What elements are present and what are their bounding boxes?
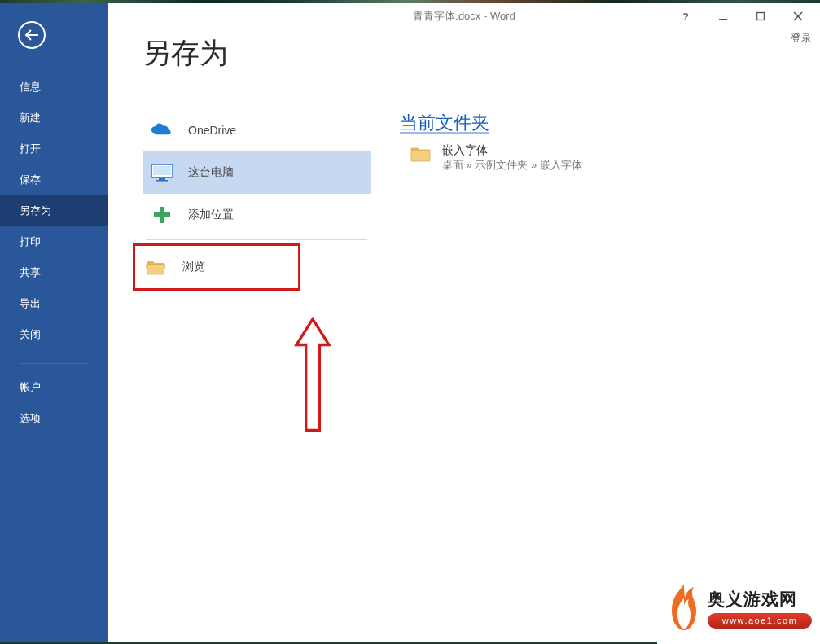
highlight-browse-callout: 浏览 bbox=[133, 243, 300, 291]
sidebar-item-open[interactable]: 打开 bbox=[0, 134, 108, 164]
help-icon: ? bbox=[682, 11, 689, 23]
overlay-site-logo: 奥义游戏网 www.aoe1.com bbox=[657, 572, 820, 644]
sidebar-item-share[interactable]: 共享 bbox=[0, 257, 108, 288]
titlebar-filename: 青青字体.docx bbox=[413, 10, 480, 22]
svg-rect-5 bbox=[153, 166, 171, 175]
overlay-site-url: www.aoe1.com bbox=[708, 613, 812, 629]
locations-divider bbox=[146, 239, 367, 240]
saveas-locations: OneDrive 这台电脑 bbox=[143, 109, 371, 642]
location-label: 浏览 bbox=[182, 260, 205, 274]
sidebar-nav: 信息 新建 打开 保存 另存为 打印 共享 导出 关闭 帐户 选项 bbox=[0, 72, 108, 434]
titlebar-appname: Word bbox=[490, 10, 515, 22]
svg-rect-9 bbox=[154, 212, 170, 217]
page-title: 另存为 bbox=[143, 34, 228, 72]
folder-icon bbox=[410, 145, 432, 165]
maximize-icon bbox=[756, 11, 765, 21]
location-label: 这台电脑 bbox=[188, 165, 234, 180]
maximize-button[interactable] bbox=[742, 3, 779, 29]
backstage-sidebar: 信息 新建 打开 保存 另存为 打印 共享 导出 关闭 帐户 选项 bbox=[0, 3, 108, 642]
titlebar: 青青字体.docx - Word ? bbox=[108, 3, 820, 29]
minimize-button[interactable] bbox=[704, 3, 742, 29]
content: 另存为 OneDrive bbox=[108, 29, 820, 642]
sidebar-item-account[interactable]: 帐户 bbox=[0, 372, 108, 403]
arrow-left-icon bbox=[24, 29, 39, 41]
minimize-icon bbox=[718, 11, 728, 21]
sidebar-item-close[interactable]: 关闭 bbox=[0, 319, 108, 350]
sidebar-item-new[interactable]: 新建 bbox=[0, 103, 108, 134]
overlay-site-name: 奥义游戏网 bbox=[708, 588, 812, 611]
sidebar-item-export[interactable]: 导出 bbox=[0, 288, 108, 319]
add-icon bbox=[151, 204, 173, 226]
window-controls: ? bbox=[667, 3, 817, 29]
sidebar-separator bbox=[20, 363, 89, 364]
recent-folder-name: 嵌入字体 bbox=[442, 143, 582, 158]
svg-rect-7 bbox=[156, 180, 168, 182]
location-thispc[interactable]: 这台电脑 bbox=[143, 151, 371, 194]
folder-open-icon bbox=[145, 256, 168, 278]
recent-folder-path: 桌面 » 示例文件夹 » 嵌入字体 bbox=[442, 158, 582, 173]
right-column: 当前文件夹 嵌入字体 桌面 » 示例文件夹 » 嵌入字体 bbox=[371, 111, 807, 642]
sidebar-item-print[interactable]: 打印 bbox=[0, 226, 108, 257]
recent-folder-item[interactable]: 嵌入字体 桌面 » 示例文件夹 » 嵌入字体 bbox=[400, 140, 807, 173]
flame-icon bbox=[665, 583, 703, 633]
close-button[interactable] bbox=[779, 3, 817, 29]
onedrive-icon bbox=[151, 119, 173, 142]
sidebar-item-saveas[interactable]: 另存为 bbox=[0, 195, 108, 226]
location-label: 添加位置 bbox=[188, 208, 234, 222]
current-folder-heading: 当前文件夹 bbox=[400, 111, 807, 135]
svg-rect-1 bbox=[757, 13, 765, 20]
main-area: 青青字体.docx - Word ? 登录 另存为 bbox=[108, 3, 820, 642]
back-button[interactable] bbox=[18, 21, 46, 49]
sidebar-item-save[interactable]: 保存 bbox=[0, 164, 108, 195]
location-label: OneDrive bbox=[188, 124, 236, 137]
svg-rect-6 bbox=[159, 178, 165, 180]
help-button[interactable]: ? bbox=[667, 3, 704, 29]
sidebar-item-options[interactable]: 选项 bbox=[0, 403, 108, 434]
word-backstage-app: 信息 新建 打开 保存 另存为 打印 共享 导出 关闭 帐户 选项 青青字体.d… bbox=[0, 3, 820, 642]
titlebar-sep: - bbox=[480, 10, 490, 22]
location-onedrive[interactable]: OneDrive bbox=[143, 109, 371, 151]
location-browse[interactable]: 浏览 bbox=[137, 248, 296, 287]
close-icon bbox=[793, 11, 803, 21]
location-addplace[interactable]: 添加位置 bbox=[143, 194, 371, 236]
computer-icon bbox=[151, 161, 173, 184]
desktop-background-top bbox=[0, 0, 820, 3]
sidebar-item-info[interactable]: 信息 bbox=[0, 72, 108, 103]
